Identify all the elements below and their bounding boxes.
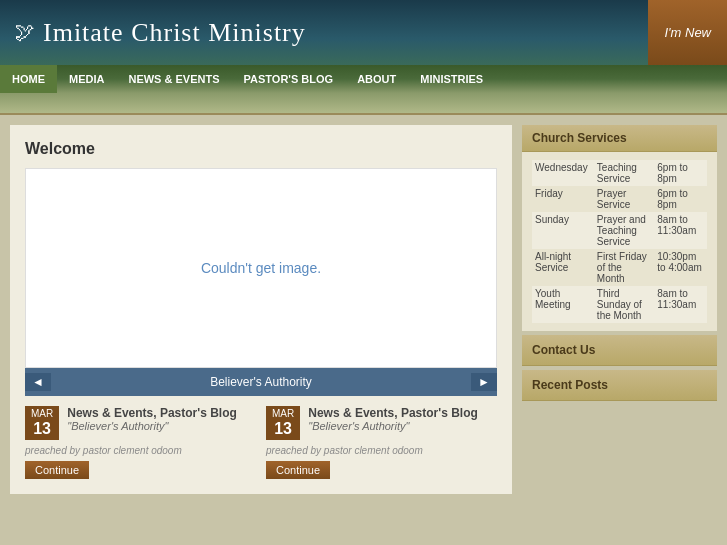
post-day: 13 [31,419,53,438]
post-subtitle: "Believer's Authority" [308,420,478,432]
contact-us-title[interactable]: Contact Us [522,335,717,366]
recent-posts-title[interactable]: Recent Posts [522,370,717,401]
service-name: First Friday of the Month [594,249,654,286]
slideshow-bar: ◄ Believer's Authority ► [25,368,497,396]
nav-item-ministries[interactable]: MINISTRIES [408,65,495,93]
service-name: Prayer Service [594,186,654,212]
bird-icon: 🕊 [15,21,35,44]
table-row: Sunday Prayer and Teaching Service 8am t… [532,212,707,249]
nav-item-news-events[interactable]: NEWS & EVENTS [116,65,231,93]
service-time: 6pm to 8pm [654,160,707,186]
service-time: 10:30pm to 4:00am [654,249,707,286]
post-subtitle: "Believer's Authority" [67,420,237,432]
slideshow-prev-button[interactable]: ◄ [25,373,51,391]
page-title: Welcome [25,140,497,158]
service-day: All-night Service [532,249,594,286]
slide-title: Believer's Authority [210,375,312,389]
sidebar-recent-posts: Recent Posts [522,370,717,401]
service-time: 6pm to 8pm [654,186,707,212]
main-layout: Welcome Couldn't get image. ◄ Believer's… [0,115,727,504]
continue-button[interactable]: Continue [266,461,330,479]
grass-divider [0,93,727,115]
sidebar-church-services: Church Services Wednesday Teaching Servi… [522,125,717,331]
posts-row: Mar 13 News & Events, Pastor's Blog "Bel… [25,406,497,479]
table-row: Friday Prayer Service 6pm to 8pm [532,186,707,212]
service-name: Teaching Service [594,160,654,186]
post-title[interactable]: News & Events, Pastor's Blog [67,406,237,420]
post-month: Mar [272,408,294,419]
main-content: Welcome Couldn't get image. ◄ Believer's… [10,125,512,494]
post-info: News & Events, Pastor's Blog "Believer's… [308,406,478,432]
header: 🕊 Imitate Christ Ministry I'm New [0,0,727,65]
service-name: Prayer and Teaching Service [594,212,654,249]
post-month: Mar [31,408,53,419]
nav-item-home[interactable]: HOME [0,65,57,93]
slideshow: Couldn't get image. [25,168,497,368]
church-services-content: Wednesday Teaching Service 6pm to 8pm Fr… [522,152,717,331]
no-image-text: Couldn't get image. [201,260,321,276]
nav-item-pastors-blog[interactable]: PASTOR'S BLOG [232,65,346,93]
service-time: 8am to 11:30am [654,286,707,323]
post-date-box: Mar 13 [25,406,59,440]
site-logo: 🕊 Imitate Christ Ministry [15,18,306,48]
post-author: preached by pastor clement odoom [25,445,256,456]
post-card: Mar 13 News & Events, Pastor's Blog "Bel… [25,406,256,479]
post-title[interactable]: News & Events, Pastor's Blog [308,406,478,420]
site-title: Imitate Christ Ministry [43,18,306,48]
nav-item-about[interactable]: ABOUT [345,65,408,93]
table-row: Youth Meeting Third Sunday of the Month … [532,286,707,323]
slideshow-next-button[interactable]: ► [471,373,497,391]
service-day: Friday [532,186,594,212]
post-info: News & Events, Pastor's Blog "Believer's… [67,406,237,432]
service-time: 8am to 11:30am [654,212,707,249]
service-name: Third Sunday of the Month [594,286,654,323]
church-services-title: Church Services [522,125,717,152]
post-header: Mar 13 News & Events, Pastor's Blog "Bel… [266,406,497,440]
service-day: Sunday [532,212,594,249]
service-day: Youth Meeting [532,286,594,323]
post-day: 13 [272,419,294,438]
continue-button[interactable]: Continue [25,461,89,479]
services-table: Wednesday Teaching Service 6pm to 8pm Fr… [532,160,707,323]
sidebar: Church Services Wednesday Teaching Servi… [522,125,717,494]
post-header: Mar 13 News & Events, Pastor's Blog "Bel… [25,406,256,440]
nav-bar: HOME MEDIA NEWS & EVENTS PASTOR'S BLOG A… [0,65,727,93]
post-date-box: Mar 13 [266,406,300,440]
service-day: Wednesday [532,160,594,186]
post-card: Mar 13 News & Events, Pastor's Blog "Bel… [266,406,497,479]
table-row: All-night Service First Friday of the Mo… [532,249,707,286]
sidebar-contact-us: Contact Us [522,335,717,366]
table-row: Wednesday Teaching Service 6pm to 8pm [532,160,707,186]
nav-item-media[interactable]: MEDIA [57,65,116,93]
post-author: preached by pastor clement odoom [266,445,497,456]
im-new-button[interactable]: I'm New [648,0,727,65]
